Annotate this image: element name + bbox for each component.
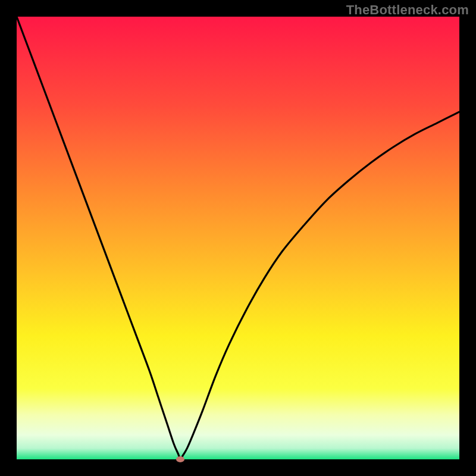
- svg-rect-0: [17, 17, 459, 459]
- watermark-text: TheBottleneck.com: [346, 2, 469, 18]
- chart-frame: TheBottleneck.com: [0, 0, 476, 476]
- gradient-background: [17, 17, 459, 459]
- plot-area: [17, 17, 459, 459]
- plot-inner: [17, 17, 459, 459]
- minimum-point-dot: [176, 456, 184, 462]
